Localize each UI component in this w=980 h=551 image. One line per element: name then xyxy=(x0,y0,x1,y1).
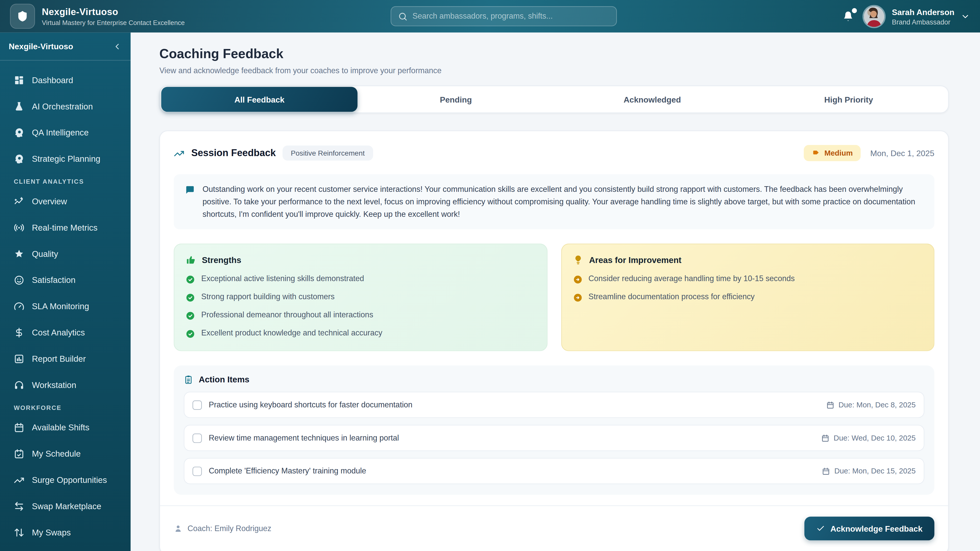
calendar-check-icon xyxy=(14,448,24,459)
feedback-footer: Coach: Emily Rodriguez Acknowledge Feedb… xyxy=(160,506,948,540)
sidebar-item-label: Dashboard xyxy=(32,75,73,85)
improvement-item: Consider reducing average handling time … xyxy=(573,275,922,284)
sidebar-item-my-schedule[interactable]: My Schedule xyxy=(7,441,123,465)
sidebar-item-overview[interactable]: Overview xyxy=(7,189,123,213)
improvement-item: Streamline documentation process for eff… xyxy=(573,292,922,303)
sidebar: Nexgile-Virtuoso Dashboard AI Orchestrat… xyxy=(0,32,130,551)
sidebar-item-label: My Schedule xyxy=(32,449,81,458)
strength-item: Strong rapport building with customers xyxy=(186,292,535,303)
lightbulb-icon xyxy=(573,255,583,265)
sidebar-item-label: My Swaps xyxy=(32,527,71,537)
sidebar-item-label: Cost Analytics xyxy=(32,327,85,337)
strengths-panel: Strengths Exceptional active listening s… xyxy=(174,244,547,351)
sidebar-item-label: SLA Monitoring xyxy=(32,302,89,311)
improvements-panel: Areas for Improvement Consider reducing … xyxy=(561,244,934,351)
sidebar-item-label: AI Orchestration xyxy=(32,102,93,111)
check-circle-icon xyxy=(186,330,195,339)
action-due: Due: Mon, Dec 15, 2025 xyxy=(822,467,916,475)
sidebar-item-my-swaps[interactable]: My Swaps xyxy=(7,520,123,544)
star-icon xyxy=(14,248,24,259)
action-label: Practice using keyboard shortcuts for fa… xyxy=(209,401,412,410)
user-name: Sarah Anderson xyxy=(892,7,955,17)
strength-item: Excellent product knowledge and technica… xyxy=(186,329,535,339)
arrow-right-circle-icon xyxy=(573,275,582,285)
sidebar-item-sla-monitoring[interactable]: SLA Monitoring xyxy=(7,294,123,318)
global-search[interactable] xyxy=(391,6,617,26)
check-circle-icon xyxy=(186,293,195,303)
sidebar-item-report-builder[interactable]: Report Builder xyxy=(7,347,123,370)
calendar-icon xyxy=(826,401,834,409)
check-icon xyxy=(816,524,824,533)
action-label: Review time management techniques in lea… xyxy=(209,434,399,443)
notifications-button[interactable] xyxy=(842,11,854,22)
avatar xyxy=(862,5,886,28)
sidebar-item-qa-intelligence[interactable]: QA Intelligence xyxy=(7,121,123,144)
sidebar-item-surge-opportunities[interactable]: Surge Opportunities xyxy=(7,468,123,492)
dollar-icon xyxy=(14,327,24,338)
up-down-icon xyxy=(14,527,24,538)
priority-label: Medium xyxy=(824,149,853,157)
action-checkbox[interactable] xyxy=(192,433,202,443)
tab-all-feedback[interactable]: All Feedback xyxy=(161,87,358,112)
tab-high-priority[interactable]: High Priority xyxy=(751,87,947,112)
sidebar-item-strategic-planning[interactable]: Strategic Planning xyxy=(7,147,123,171)
avatar-image xyxy=(864,6,885,27)
feedback-date: Mon, Dec 1, 2025 xyxy=(870,148,934,158)
check-circle-icon xyxy=(186,275,195,285)
page-subtitle: View and acknowledge feedback from your … xyxy=(159,66,948,75)
arrow-right-circle-icon xyxy=(573,293,582,303)
gauge-icon xyxy=(14,301,24,311)
sidebar-collapse-button[interactable] xyxy=(113,41,122,51)
message-quote-icon xyxy=(185,185,195,195)
chevron-left-icon xyxy=(113,41,122,51)
sidebar-item-workstation[interactable]: Workstation xyxy=(7,373,123,397)
head-gear-icon xyxy=(14,127,24,138)
user-icon xyxy=(174,524,183,533)
sidebar-item-label: Quality xyxy=(32,249,58,259)
tag-icon xyxy=(812,149,820,157)
sidebar-item-cost-analytics[interactable]: Cost Analytics xyxy=(7,321,123,344)
tab-acknowledged[interactable]: Acknowledged xyxy=(554,87,751,112)
sidebar-item-dashboard[interactable]: Dashboard xyxy=(7,68,123,92)
app-logo xyxy=(10,4,35,29)
feedback-type: Session Feedback xyxy=(191,148,275,159)
sidebar-item-label: Overview xyxy=(32,197,67,206)
swap-icon xyxy=(14,501,24,511)
flask-icon xyxy=(14,101,24,112)
sidebar-item-realtime-metrics[interactable]: Real-time Metrics xyxy=(7,216,123,239)
sidebar-title: Nexgile-Virtuoso xyxy=(9,41,73,51)
sidebar-item-label: Surge Opportunities xyxy=(32,475,107,484)
action-items-title: Action Items xyxy=(199,375,249,384)
app-title: Nexgile-Virtuoso xyxy=(42,6,185,17)
trending-up-icon xyxy=(14,475,24,485)
shield-logo-icon xyxy=(16,10,29,22)
action-item-row: Practice using keyboard shortcuts for fa… xyxy=(184,392,924,418)
action-items-panel: Action Items Practice using keyboard sho… xyxy=(174,366,934,495)
app-root: Nexgile-Virtuoso Virtual Mastery for Ent… xyxy=(0,0,980,551)
sidebar-item-available-shifts[interactable]: Available Shifts xyxy=(7,416,123,439)
check-circle-icon xyxy=(186,311,195,321)
sidebar-section-workforce: WORKFORCE xyxy=(7,399,123,416)
brand: Nexgile-Virtuoso Virtual Mastery for Ent… xyxy=(10,4,185,29)
sidebar-item-quality[interactable]: Quality xyxy=(7,242,123,265)
page-title: Coaching Feedback xyxy=(159,46,948,61)
priority-badge: Medium xyxy=(803,145,861,161)
search-input[interactable] xyxy=(412,12,609,21)
chevron-down-icon xyxy=(961,11,970,21)
action-checkbox[interactable] xyxy=(192,400,202,410)
smile-icon xyxy=(14,275,24,285)
action-checkbox[interactable] xyxy=(192,467,202,476)
sidebar-item-label: Available Shifts xyxy=(32,423,89,432)
action-item-row: Review time management techniques in lea… xyxy=(184,425,924,451)
sidebar-item-ai-orchestration[interactable]: AI Orchestration xyxy=(7,94,123,118)
acknowledge-feedback-button[interactable]: Acknowledge Feedback xyxy=(804,517,934,540)
headphones-icon xyxy=(14,380,24,390)
sidebar-item-label: Report Builder xyxy=(32,354,86,363)
sidebar-item-satisfaction[interactable]: Satisfaction xyxy=(7,268,123,292)
sidebar-item-label: Real-time Metrics xyxy=(32,223,97,232)
user-menu[interactable]: Sarah Anderson Brand Ambassador xyxy=(862,5,970,28)
bell-icon xyxy=(842,11,854,22)
sidebar-item-swap-marketplace[interactable]: Swap Marketplace xyxy=(7,494,123,518)
feedback-tabs: All Feedback Pending Acknowledged High P… xyxy=(159,86,948,113)
tab-pending[interactable]: Pending xyxy=(358,87,554,112)
